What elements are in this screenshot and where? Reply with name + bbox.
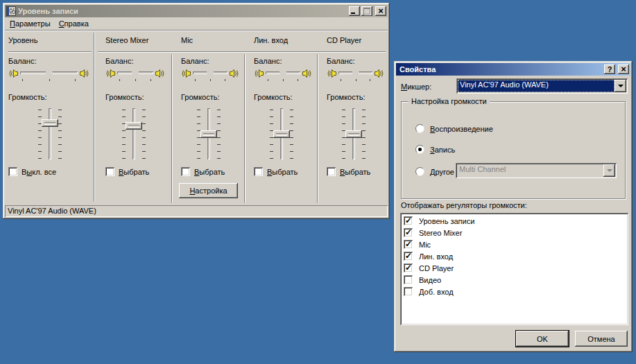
volume-thumb[interactable] <box>42 119 58 127</box>
select-checkbox[interactable]: Выбрать <box>254 167 298 176</box>
cancel-button[interactable]: Отмена <box>575 331 628 347</box>
list-item[interactable]: Уровень записи <box>402 215 628 227</box>
dialog-title: Свойства <box>399 65 603 73</box>
item-checkbox[interactable] <box>404 228 413 237</box>
speaker-right-icon <box>155 69 165 78</box>
radio-circle[interactable] <box>415 124 424 133</box>
checkbox-label: Выбрать <box>340 168 370 176</box>
list-item[interactable]: Лин. вход <box>402 250 628 262</box>
mixer-combobox-value: Vinyl AC'97 Audio (WAVE) <box>458 80 614 92</box>
volume-slider[interactable] <box>338 107 369 160</box>
titlebar[interactable]: Уровень записи <box>5 5 388 17</box>
minimize-button[interactable] <box>349 6 360 16</box>
list-item[interactable]: Stereo Mixer <box>402 227 628 239</box>
volume-thumb[interactable] <box>273 130 290 138</box>
mixer-combobox[interactable]: Vinyl AC'97 Audio (WAVE) <box>456 78 628 94</box>
item-checkbox[interactable] <box>404 216 413 225</box>
volume-thumb[interactable] <box>345 130 362 138</box>
item-label: Stereo Mixer <box>419 229 462 237</box>
item-checkbox[interactable] <box>404 287 413 296</box>
select-checkbox[interactable]: Выбрать <box>327 167 370 176</box>
speaker-right-icon <box>230 69 239 78</box>
balance-control <box>105 66 165 81</box>
checkbox-box[interactable] <box>181 167 190 176</box>
list-item[interactable]: Mic <box>402 239 628 250</box>
item-label: Видео <box>419 276 441 284</box>
controls-listbox[interactable]: Уровень записи Stereo Mixer Mic Лин. вхо… <box>400 213 628 325</box>
minimize-icon <box>351 12 355 14</box>
status-bar: Vinyl AC'97 Audio (WAVE) <box>5 205 388 217</box>
select-checkbox[interactable]: Выбрать <box>181 167 225 176</box>
item-checkbox[interactable] <box>404 252 413 261</box>
help-button[interactable] <box>604 64 615 74</box>
volume-slider[interactable] <box>119 107 149 160</box>
list-item[interactable]: Доб. вход <box>402 286 628 297</box>
balance-label: Баланс: <box>8 57 37 65</box>
recording-level-window: Уровень записи Параметры Справка Уровень… <box>3 3 390 219</box>
slider-ticks <box>362 110 366 159</box>
radio-recording[interactable]: Запись <box>415 145 455 154</box>
list-item[interactable]: CD Player <box>402 262 628 274</box>
channel-cd-player: CD Player Баланс: Громкость: Выбрать <box>318 31 389 203</box>
balance-slider[interactable] <box>338 66 372 81</box>
radio-playback[interactable]: Воспроизведение <box>415 124 493 133</box>
channel-title: Уровень <box>8 36 37 44</box>
balance-label: Баланс: <box>254 57 282 65</box>
balance-thumb[interactable] <box>46 66 53 78</box>
properties-dialog: Свойства Микшер: Vinyl AC'97 Audio (WAVE… <box>394 61 633 352</box>
item-label: Лин. вход <box>419 252 453 261</box>
window-title: Уровень записи <box>18 7 347 15</box>
balance-slider[interactable] <box>117 66 153 81</box>
radio-circle[interactable] <box>415 145 424 154</box>
close-button[interactable] <box>375 6 386 16</box>
channel-mic: Mic Баланс: Громкость: Выбрать Настройка <box>173 31 244 203</box>
menu-item-help[interactable]: Справка <box>55 18 93 30</box>
volume-track <box>49 108 51 159</box>
channel-stereo-mixer: Stereo Mixer Баланс: Громкость: Выбрать <box>97 31 170 203</box>
checkbox-box[interactable] <box>327 167 336 176</box>
select-checkbox[interactable]: Выбрать <box>105 167 149 176</box>
checkbox-box[interactable] <box>105 167 114 176</box>
item-checkbox[interactable] <box>404 240 413 249</box>
advanced-button[interactable]: Настройка <box>179 183 238 198</box>
combo-arrow-button[interactable] <box>614 80 626 92</box>
menu-item-options[interactable]: Параметры <box>6 18 55 30</box>
slider-ticks <box>290 110 293 159</box>
balance-thumb[interactable] <box>352 66 359 78</box>
advanced-button-label: Настройка <box>189 187 227 195</box>
item-checkbox[interactable] <box>404 263 413 272</box>
item-label: Уровень записи <box>419 217 474 225</box>
slider-ticks <box>142 110 146 159</box>
volume-thumb[interactable] <box>200 130 217 138</box>
checkbox-label: Выбрать <box>119 168 149 176</box>
ok-button[interactable]: OK <box>516 331 569 347</box>
balance-slider[interactable] <box>193 66 227 81</box>
item-checkbox[interactable] <box>404 275 413 284</box>
balance-slider[interactable] <box>266 66 300 81</box>
mute-all-checkbox[interactable]: Выкл. все <box>8 167 56 176</box>
balance-slider[interactable] <box>20 66 78 81</box>
slider-ticks <box>122 110 126 159</box>
volume-thumb[interactable] <box>126 122 142 130</box>
radio-circle[interactable] <box>415 167 424 176</box>
volume-slider[interactable] <box>194 107 224 160</box>
balance-thumb[interactable] <box>207 66 214 78</box>
radio-label: Другое <box>430 168 454 176</box>
checkbox-box[interactable] <box>8 167 17 176</box>
other-combobox-value: Multi Channel <box>457 164 603 177</box>
list-item[interactable]: Видео <box>402 274 628 286</box>
volume-slider[interactable] <box>266 107 297 160</box>
speaker-right-icon <box>302 69 312 78</box>
checkbox-box[interactable] <box>254 167 263 176</box>
chevron-down-icon <box>618 85 624 90</box>
volume-track <box>132 108 135 159</box>
close-button[interactable] <box>618 64 629 74</box>
radio-other[interactable]: Другое <box>415 167 454 176</box>
balance-thumb[interactable] <box>132 66 139 78</box>
slider-ticks <box>217 110 221 159</box>
volume-slider[interactable] <box>35 107 65 160</box>
titlebar[interactable]: Свойства <box>396 63 630 76</box>
item-label: Доб. вход <box>419 288 454 296</box>
channel-line-in: Лин. вход Баланс: Громкость: Выбрать <box>246 31 317 203</box>
balance-thumb[interactable] <box>280 66 286 78</box>
